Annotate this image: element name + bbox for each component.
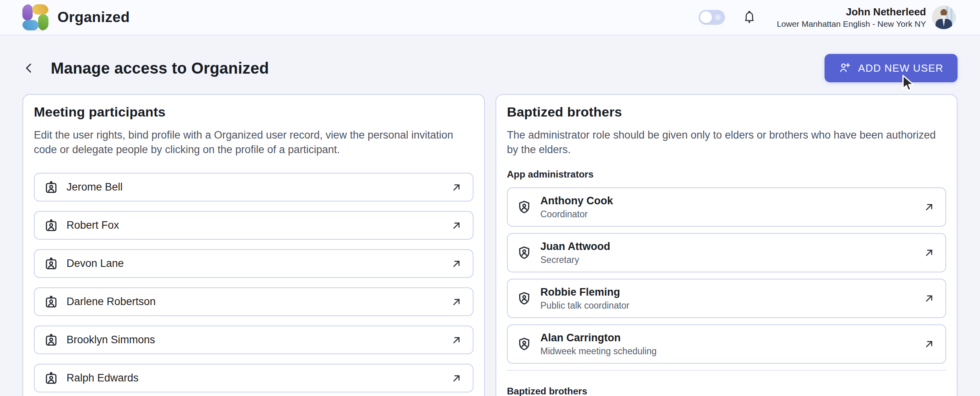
open-arrow-icon[interactable] (451, 258, 462, 270)
open-arrow-icon[interactable] (451, 220, 462, 231)
theme-toggle[interactable] (699, 10, 725, 25)
shield-user-icon (517, 337, 531, 351)
administrator-name: Alan Carrington (540, 331, 656, 344)
logo-petal-blue (22, 20, 39, 30)
administrator-role: Midweek meeting scheduling (540, 346, 656, 357)
administrator-info: Robbie Fleming Public talk coordinator (540, 286, 629, 311)
contact-badge-icon (44, 295, 58, 309)
content: Meeting participants Edit the user right… (22, 94, 958, 396)
logo-petal-green (38, 14, 48, 30)
participant-row[interactable]: Robert Fox (34, 211, 473, 240)
administrator-info: Anthony Cook Coordinator (540, 194, 613, 220)
add-new-user-button[interactable]: ADD NEW USER (825, 54, 958, 82)
open-arrow-icon[interactable] (451, 372, 462, 384)
add-new-user-label: ADD NEW USER (858, 62, 943, 74)
participant-name: Robert Fox (67, 219, 119, 231)
participants-card-description: Edit the user rights, bind profile with … (34, 128, 473, 157)
brothers-card-title: Baptized brothers (507, 103, 946, 121)
notifications-bell-icon[interactable] (742, 10, 756, 25)
shield-user-icon (517, 246, 531, 260)
logo-petal-yellow (32, 4, 48, 15)
administrator-name: Robbie Fleming (540, 286, 629, 299)
administrator-info: Juan Attwood Secretary (540, 240, 610, 265)
user-info[interactable]: John Netherleed Lower Manhattan English … (777, 6, 926, 29)
toggle-knob (700, 11, 712, 23)
administrator-info: Alan Carrington Midweek meeting scheduli… (540, 331, 656, 357)
shield-user-icon (517, 200, 531, 214)
user-congregation: Lower Manhattan English - New York NY (777, 19, 926, 29)
avatar[interactable] (932, 6, 956, 29)
administrator-role: Secretary (540, 255, 610, 265)
topbar-actions: John Netherleed Lower Manhattan English … (699, 6, 956, 29)
shield-user-icon (517, 291, 531, 305)
app-administrators-heading: App administrators (507, 168, 946, 181)
page-header: Manage access to Organized ADD NEW USER (22, 54, 958, 82)
participant-name: Jerome Bell (67, 181, 123, 193)
administrator-row[interactable]: Juan Attwood Secretary (507, 233, 946, 272)
open-arrow-icon[interactable] (923, 338, 935, 350)
participant-name: Devon Lane (67, 257, 124, 270)
contact-badge-icon (44, 371, 58, 385)
administrator-row[interactable]: Alan Carrington Midweek meeting scheduli… (507, 324, 946, 364)
section-divider (507, 370, 946, 371)
participant-row[interactable]: Devon Lane (34, 249, 473, 278)
participant-name: Ralph Edwards (67, 372, 139, 384)
administrator-role: Public talk coordinator (540, 300, 629, 311)
open-arrow-icon[interactable] (451, 334, 462, 346)
open-arrow-icon[interactable] (923, 247, 935, 259)
participants-card-title: Meeting participants (34, 103, 473, 121)
participant-name: Darlene Robertson (67, 296, 156, 308)
app-title: Organized (57, 9, 130, 26)
logo-petal-purple (22, 4, 33, 20)
meeting-participants-card: Meeting participants Edit the user right… (22, 94, 485, 396)
administrator-name: Anthony Cook (540, 194, 613, 207)
page-title: Manage access to Organized (51, 59, 269, 77)
baptized-brothers-card: Baptized brothers The administrator role… (496, 94, 958, 396)
administrator-name: Juan Attwood (540, 240, 610, 253)
participant-name: Brooklyn Simmons (67, 334, 155, 346)
administrator-row[interactable]: Robbie Fleming Public talk coordinator (507, 279, 946, 318)
participant-row[interactable]: Brooklyn Simmons (34, 326, 473, 354)
baptized-brothers-heading: Baptized brothers (507, 385, 946, 396)
app-logo-icon[interactable] (22, 4, 48, 30)
user-name: John Netherleed (777, 6, 926, 18)
brothers-card-description: The administrator role should be given o… (507, 128, 946, 157)
avatar-body (936, 19, 952, 29)
open-arrow-icon[interactable] (923, 201, 935, 213)
participant-row[interactable]: Darlene Robertson (34, 287, 473, 316)
contact-badge-icon (44, 333, 58, 347)
open-arrow-icon[interactable] (451, 296, 462, 308)
participant-row[interactable]: Ralph Edwards (34, 364, 473, 392)
sun-icon (714, 13, 722, 22)
participant-row[interactable]: Jerome Bell (34, 173, 473, 202)
contact-badge-icon (44, 218, 58, 233)
open-arrow-icon[interactable] (923, 292, 935, 304)
top-bar: Organized John Netherleed Lower Manhatta… (0, 0, 980, 35)
contact-badge-icon (44, 180, 58, 194)
contact-badge-icon (44, 257, 58, 271)
administrator-role: Coordinator (540, 209, 613, 220)
user-plus-icon (839, 62, 851, 74)
back-button[interactable] (22, 59, 40, 78)
administrator-row[interactable]: Anthony Cook Coordinator (507, 187, 946, 227)
open-arrow-icon[interactable] (451, 181, 462, 193)
